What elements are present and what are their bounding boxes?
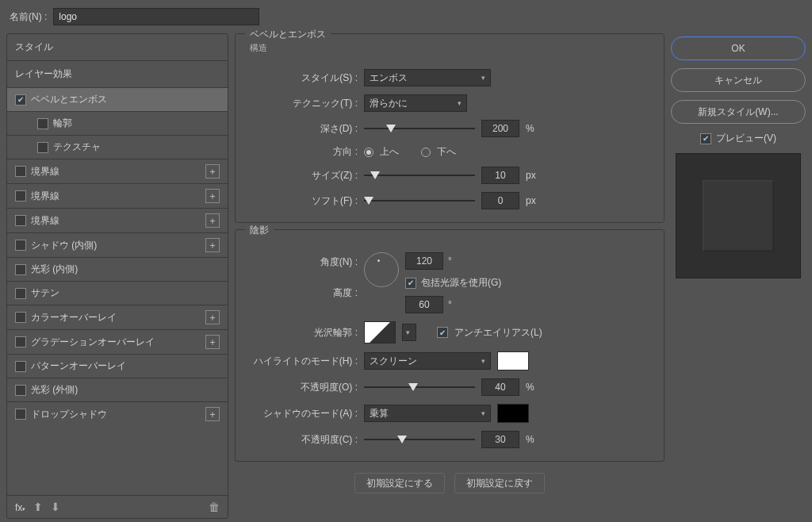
shadow-mode-select[interactable]: 乗算▾: [364, 405, 491, 422]
style-checkbox[interactable]: [15, 94, 26, 106]
add-effect-icon[interactable]: ＋: [205, 213, 220, 228]
trash-icon[interactable]: 🗑: [209, 501, 220, 513]
style-item-8[interactable]: サテン: [7, 281, 228, 305]
shadow-color-swatch[interactable]: [497, 404, 529, 423]
style-checkbox[interactable]: [15, 361, 26, 372]
move-up-icon[interactable]: ⬆: [33, 501, 43, 513]
style-item-7[interactable]: 光彩 (内側): [7, 257, 228, 281]
angle-input[interactable]: 120: [405, 252, 443, 270]
style-item-label: パターンオーバーレイ: [31, 359, 126, 373]
make-default-button[interactable]: 初期設定にする: [354, 473, 445, 493]
shadow-opacity-slider[interactable]: [364, 434, 475, 445]
style-item-1[interactable]: 輪郭: [7, 111, 228, 135]
chevron-down-icon: ▾: [458, 99, 462, 107]
add-effect-icon[interactable]: ＋: [205, 238, 220, 252]
style-item-label: 境界線: [31, 165, 59, 178]
style-checkbox[interactable]: [15, 312, 26, 323]
depth-label: 深さ(D) :: [247, 122, 358, 136]
new-style-button[interactable]: 新規スタイル(W)...: [671, 100, 806, 124]
gloss-contour-dropdown[interactable]: ▾: [402, 324, 416, 341]
style-checkbox[interactable]: [37, 142, 48, 153]
style-item-label: グラデーションオーバーレイ: [31, 336, 155, 349]
style-checkbox[interactable]: [15, 166, 26, 177]
angle-unit: °: [448, 255, 452, 267]
shading-title: 陰影: [245, 224, 274, 237]
highlight-mode-select[interactable]: スクリーン▾: [364, 352, 491, 370]
soften-slider[interactable]: [364, 195, 475, 206]
altitude-input[interactable]: 60: [405, 296, 443, 313]
add-effect-icon[interactable]: ＋: [205, 189, 220, 203]
styles-header[interactable]: スタイル: [7, 34, 228, 61]
angle-dial[interactable]: [364, 252, 399, 287]
style-item-label: テクスチャ: [53, 140, 101, 154]
size-unit: px: [526, 170, 536, 181]
style-item-label: サテン: [31, 286, 59, 300]
style-checkbox[interactable]: [15, 264, 26, 275]
preview-checkbox[interactable]: [700, 133, 711, 144]
size-input[interactable]: 10: [481, 167, 519, 184]
shadow-opacity-unit: %: [526, 434, 534, 445]
style-item-label: 光彩 (外側): [31, 383, 78, 397]
style-checkbox[interactable]: [15, 385, 26, 396]
ok-button[interactable]: OK: [671, 36, 806, 60]
name-input[interactable]: [53, 8, 259, 25]
style-item-10[interactable]: グラデーションオーバーレイ＋: [7, 329, 228, 354]
style-checkbox[interactable]: [15, 240, 26, 251]
style-checkbox[interactable]: [15, 409, 26, 420]
global-light-checkbox[interactable]: [405, 278, 416, 289]
chevron-down-icon: ▾: [406, 328, 410, 336]
technique-select[interactable]: 滑らかに▾: [364, 94, 467, 112]
chevron-down-icon: ▾: [481, 357, 485, 365]
shadow-opacity-input[interactable]: 30: [481, 431, 519, 448]
style-item-6[interactable]: シャドウ (内側)＋: [7, 232, 228, 257]
style-item-11[interactable]: パターンオーバーレイ: [7, 354, 228, 378]
style-item-4[interactable]: 境界線＋: [7, 183, 228, 208]
depth-input[interactable]: 200: [481, 120, 519, 137]
gloss-contour-picker[interactable]: [364, 321, 396, 344]
chevron-down-icon: ▾: [481, 74, 485, 82]
shadow-mode-label: シャドウのモード(A) :: [247, 407, 358, 420]
depth-slider[interactable]: [364, 123, 475, 134]
add-effect-icon[interactable]: ＋: [205, 164, 220, 178]
size-label: サイズ(Z) :: [247, 169, 358, 182]
move-down-icon[interactable]: ⬇: [51, 501, 60, 513]
style-item-label: シャドウ (内側): [31, 239, 97, 252]
style-item-0[interactable]: ベベルとエンボス: [7, 87, 228, 111]
style-checkbox[interactable]: [37, 118, 48, 129]
style-item-2[interactable]: テクスチャ: [7, 135, 228, 159]
style-item-13[interactable]: ドロップシャドウ＋: [7, 401, 228, 426]
gloss-contour-label: 光沢輪郭 :: [247, 326, 358, 340]
style-checkbox[interactable]: [15, 336, 26, 347]
add-effect-icon[interactable]: ＋: [205, 310, 220, 324]
style-item-label: ベベルとエンボス: [31, 93, 107, 106]
name-label: 名前(N) :: [10, 10, 47, 24]
altitude-unit: °: [448, 299, 452, 310]
add-effect-icon[interactable]: ＋: [205, 335, 220, 349]
soften-input[interactable]: 0: [481, 192, 519, 209]
direction-label: 方向 :: [247, 145, 358, 159]
style-checkbox[interactable]: [15, 215, 26, 226]
style-item-3[interactable]: 境界線＋: [7, 159, 228, 183]
direction-down-radio[interactable]: [421, 148, 431, 157]
size-slider[interactable]: [364, 170, 475, 181]
style-item-label: 境界線: [31, 214, 59, 228]
antialias-checkbox[interactable]: [437, 327, 448, 338]
style-item-12[interactable]: 光彩 (外側): [7, 378, 228, 401]
style-item-label: 光彩 (内側): [31, 263, 78, 276]
reset-default-button[interactable]: 初期設定に戻す: [454, 473, 545, 493]
style-checkbox[interactable]: [15, 190, 26, 202]
style-item-label: ドロップシャドウ: [31, 408, 107, 421]
style-item-9[interactable]: カラーオーバーレイ＋: [7, 305, 228, 329]
fx-icon[interactable]: fx▾: [15, 501, 25, 513]
direction-up-radio[interactable]: [364, 148, 373, 157]
highlight-opacity-input[interactable]: 40: [481, 378, 519, 396]
highlight-opacity-slider[interactable]: [364, 382, 475, 393]
style-item-5[interactable]: 境界線＋: [7, 208, 228, 232]
highlight-color-swatch[interactable]: [497, 351, 529, 370]
add-effect-icon[interactable]: ＋: [205, 407, 220, 421]
style-checkbox[interactable]: [15, 288, 26, 299]
style-select[interactable]: エンボス▾: [364, 69, 491, 86]
layer-effects-header[interactable]: レイヤー効果: [7, 61, 228, 87]
cancel-button[interactable]: キャンセル: [671, 68, 806, 92]
structure-subtitle: 構造: [250, 42, 267, 54]
